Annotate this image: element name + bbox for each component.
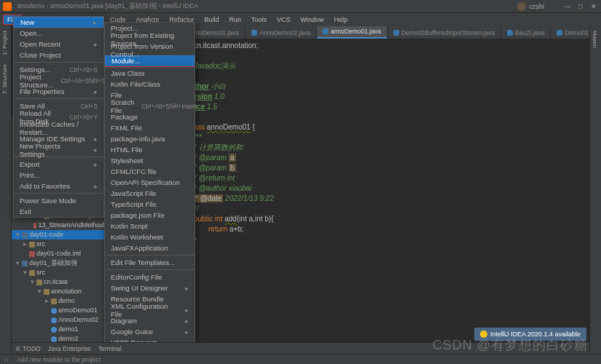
cls-icon (51, 327, 57, 333)
menu-item[interactable]: JavaScript File (105, 188, 195, 199)
bottom-tool-tabs: 6: TODO Java Enterprise Terminal (12, 342, 589, 354)
menu-vcs[interactable]: VCS (272, 15, 295, 25)
java-file-icon (323, 28, 329, 34)
menu-help[interactable]: Help (330, 15, 353, 25)
java-file-icon (393, 30, 399, 36)
terminal-tab[interactable]: Terminal (98, 345, 122, 352)
menu-window[interactable]: Window (296, 15, 329, 25)
titlebar: testdemo - annoDemo01.java [day01_基础加强] … (0, 0, 601, 13)
menu-item[interactable]: Power Save Mode (14, 195, 103, 206)
cls-icon (51, 308, 57, 314)
menu-item[interactable]: Package (105, 111, 195, 122)
menu-item[interactable]: Swing UI Designer▸ (105, 282, 195, 293)
todo-tab[interactable]: 6: TODO (16, 345, 41, 352)
user-badge[interactable]: czshi (517, 2, 544, 11)
window-title: testdemo - annoDemo01.java [day01_基础加强] … (17, 1, 517, 11)
menu-item[interactable]: Kotlin Worksheet (105, 232, 195, 242)
menu-item[interactable]: Scratch FileCtrl+Alt+Shift+Insert (105, 100, 195, 111)
menu-item[interactable]: Export▸ (14, 159, 103, 170)
right-tool-strip: Maven (589, 26, 601, 354)
xml-icon (34, 223, 36, 229)
toolwindow-structure[interactable]: 7: Structure (0, 60, 9, 98)
menu-item[interactable]: XML Configuration File▸ (105, 304, 195, 315)
close-button[interactable]: ✕ (589, 3, 598, 10)
menu-item[interactable]: New▸ (14, 17, 103, 28)
menu-item[interactable]: EditorConfig File (105, 272, 195, 282)
menu-item[interactable]: CFML/CFC file (105, 166, 195, 177)
java-file-icon (557, 30, 562, 36)
menu-item[interactable]: Project from Version Control... (105, 44, 195, 55)
editor-tab[interactable]: annoDemo01.java (317, 26, 388, 39)
menu-item[interactable]: Edit File Templates... (105, 257, 195, 268)
menu-item[interactable]: Print... (14, 170, 103, 181)
menu-item[interactable]: JavaFXApplication (105, 242, 195, 253)
cls-icon (51, 317, 57, 323)
left-tool-strip: 1: Project 7: Structure (0, 26, 12, 354)
menu-item[interactable]: package-info.java (105, 133, 195, 144)
editor-tab[interactable]: Demo02BufferedInputStream.java (388, 27, 501, 39)
menu-item[interactable]: HTML File (105, 144, 195, 155)
editor-tab[interactable]: BaoZi.java (501, 27, 551, 39)
menu-item[interactable]: Kotlin Script (105, 221, 195, 232)
app-logo-icon (3, 2, 12, 11)
dir-icon (44, 289, 50, 295)
java-file-icon (251, 30, 257, 36)
menu-item[interactable]: FXML File (105, 122, 195, 133)
code-editor[interactable]: age cn.itcast.annotation; 注解Javadoc演示 @a… (175, 39, 589, 354)
menu-item[interactable]: TypeScript File (105, 199, 195, 210)
toolwindow-maven[interactable]: Maven (590, 26, 600, 52)
menu-tools[interactable]: Tools (247, 15, 271, 25)
menu-item[interactable]: Google Guice▸ (105, 326, 195, 337)
mod-icon (22, 261, 28, 266)
update-notification[interactable]: IntelliJ IDEA 2020.1.4 available (474, 328, 586, 341)
menu-item[interactable]: OpenAPI Specification (105, 177, 195, 188)
new-submenu-bottom: Java ClassKotlin File/ClassFileScratch F… (104, 67, 195, 349)
menu-item[interactable]: Invalidate Caches / Restart... (14, 122, 103, 133)
menu-item[interactable]: Stylesheet (105, 155, 195, 166)
javaee-tab[interactable]: Java Enterprise (48, 345, 91, 352)
menu-item[interactable]: Project Structure...Ctrl+Alt+Shift+S (14, 75, 103, 86)
status-message: Add new module to the project (12, 356, 105, 363)
dir-icon (29, 270, 35, 276)
file-menu-dropdown: New▸Open...Open Recent▸Close ProjectSett… (13, 16, 104, 218)
dir-icon (51, 298, 57, 304)
menu-item[interactable]: Exit (14, 206, 103, 217)
menu-item[interactable]: New Projects Settings▸ (14, 144, 103, 155)
dir-icon (29, 242, 35, 248)
dir-icon (36, 280, 42, 285)
statusbar: □ Add new module to the project (0, 354, 601, 364)
menu-item[interactable]: package.json File (105, 210, 195, 221)
menu-item[interactable]: Open Recent▸ (14, 39, 103, 50)
menu-item[interactable]: Close Project (14, 50, 103, 60)
editor-tabbar: annoDemo01.javaAnnoDemo02.javaannoDemo01… (175, 26, 601, 39)
xml-icon (29, 251, 35, 257)
avatar-icon (517, 2, 526, 11)
menu-item[interactable]: Open... (14, 28, 103, 39)
status-icon[interactable]: □ (0, 356, 12, 363)
java-file-icon (507, 30, 513, 36)
menu-item[interactable]: Java Class (105, 68, 195, 79)
menu-item[interactable]: Add to Favorites▸ (14, 181, 103, 191)
menu-run[interactable]: Run (225, 15, 246, 25)
editor-tab[interactable]: AnnoDemo02.java (245, 27, 317, 39)
menu-build[interactable]: Build (200, 15, 223, 25)
menu-item[interactable]: Kotlin File/Class (105, 79, 195, 90)
minimize-button[interactable]: — (563, 3, 572, 10)
bulb-icon (480, 331, 487, 338)
menu-item[interactable]: File Properties▸ (14, 86, 103, 97)
toolwindow-project[interactable]: 1: Project (0, 26, 9, 60)
maximize-button[interactable]: □ (576, 3, 585, 10)
mod-icon (22, 232, 28, 238)
cls-icon (51, 336, 57, 342)
